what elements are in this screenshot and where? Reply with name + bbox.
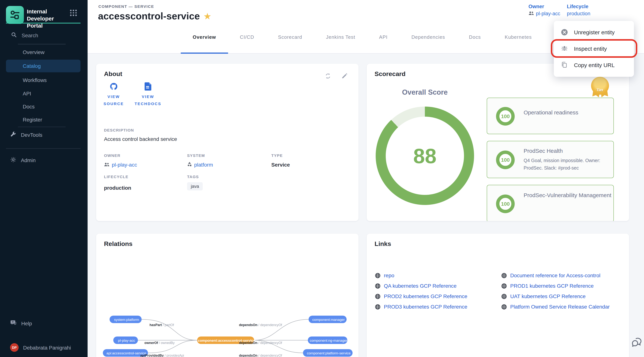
sidebar-item-devtools[interactable]: DevTools [10, 131, 42, 138]
link-prod2-kubernetes[interactable]: PROD2 kubernetes GCP Reference [375, 293, 467, 299]
globe-icon [501, 294, 507, 299]
favorite-star-icon[interactable]: ★ [204, 12, 211, 21]
chat-feedback-icon[interactable] [631, 337, 642, 349]
badge-score-ring: 100 [496, 194, 515, 213]
globe-icon [501, 304, 507, 310]
sidebar-user[interactable]: DP Debabrata Panigrahi [10, 343, 71, 352]
lifecycle-field-value: production [104, 185, 131, 191]
edit-pencil-icon[interactable] [342, 73, 348, 79]
owner-field-value[interactable]: pl-play-acc [104, 162, 137, 168]
brand-title: Internal Developer Portal [27, 6, 68, 29]
sidebar-item-workflows[interactable]: Workflows [23, 77, 47, 83]
edge-label-dependson: dependsOn / dependencyOf [239, 323, 282, 327]
link-prod3-kubernetes[interactable]: PROD3 kubernetes GCP Reference [375, 304, 467, 310]
menu-item-inspect-entity[interactable]: Inspect entity [554, 40, 634, 57]
copy-icon [560, 61, 568, 68]
globe-icon [375, 283, 380, 288]
type-field-label: TYPE [271, 153, 283, 158]
graph-node-pl-play-acc[interactable]: pl-play-acc [113, 336, 138, 344]
relations-card: Relations system:platform pl-play-acc ap… [96, 234, 358, 357]
badge-label: ProdSec-Vulnerability Management [524, 191, 614, 199]
graph-node-component-ng-manager[interactable]: component:ng-manager [308, 336, 347, 344]
breadcrumb: COMPONENT — SERVICE [98, 4, 154, 8]
bug-icon [560, 45, 568, 52]
description-label: DESCRIPTION [104, 128, 134, 132]
edge-label-dependson: dependsOn / dependencyOf [239, 354, 282, 357]
wrench-icon [10, 131, 16, 138]
tab-kubernetes[interactable]: Kubernetes [493, 28, 544, 54]
brand-logo-icon [6, 6, 24, 24]
owner-block: Owner pl-play-acc [528, 4, 560, 16]
system-field-label: SYSTEM [187, 153, 205, 158]
system-field-value[interactable]: platform [187, 162, 213, 168]
gear-icon [10, 156, 16, 164]
view-techdocs-link[interactable]: VIEWTECHDOCS [131, 82, 165, 107]
graph-node-system-platform[interactable]: system:platform [110, 316, 142, 323]
globe-icon [501, 272, 507, 278]
edge-label-haspart: hasPart / partOf [150, 323, 174, 327]
links-title: Links [374, 240, 391, 248]
tab-dependencies[interactable]: Dependencies [400, 28, 457, 54]
globe-icon [375, 294, 380, 299]
badge-score-ring: 100 [496, 107, 515, 126]
sidebar-item-admin[interactable]: Admin [10, 156, 36, 164]
scorecard-card: Scorecard Overall Score 88 Tier 100 Oper… [367, 64, 629, 221]
globe-icon [375, 304, 380, 310]
tag-chip[interactable]: java [187, 182, 203, 190]
link-doc-reference[interactable]: Document reference for Access-control [501, 272, 600, 278]
link-repo[interactable]: repo [375, 272, 394, 278]
menu-item-unregister-entity[interactable]: Unregister entity [554, 24, 634, 40]
group-icon [104, 162, 110, 168]
lifecycle-field-label: LIFECYCLE [104, 174, 128, 179]
tags-field-label: TAGS [187, 174, 199, 179]
link-uat-kubernetes[interactable]: UAT kubernetes GCP Reference [501, 293, 586, 299]
tab-scorecard[interactable]: Scorecard [266, 28, 314, 54]
group-icon [528, 11, 534, 16]
edge-label-dependson: dependsOn / dependencyOf [239, 341, 282, 345]
sidebar-accent-rule [6, 23, 80, 24]
sidebar-item-help[interactable]: ? Help [10, 319, 32, 327]
sidebar-divider [6, 148, 80, 149]
scorecard-title: Scorecard [374, 70, 406, 78]
type-field-value: Service [271, 162, 290, 168]
apps-grid-icon[interactable] [70, 10, 77, 16]
sidebar-item-catalog[interactable]: Catalog [6, 60, 80, 72]
tab-bar: Overview CI/CD Scorecard Jenkins Test AP… [181, 28, 600, 54]
tab-overview[interactable]: Overview [181, 28, 228, 54]
scorecard-badge[interactable]: 100 ProdSec Health Q4 Goal, mission impo… [487, 141, 614, 178]
link-prod1-kubernetes[interactable]: PROD1 kubernetes GCP Reference [501, 283, 594, 289]
refresh-icon[interactable] [324, 73, 331, 79]
owner-link[interactable]: pl-play-acc [528, 11, 560, 16]
graph-node-component-platform-service[interactable]: component:platform-service [303, 349, 352, 357]
owner-field-label: OWNER [104, 153, 120, 158]
link-release-calendar[interactable]: Platform Owned Service Release Calendar [501, 304, 610, 310]
sidebar-item-register[interactable]: Register [23, 117, 42, 122]
user-name: Debabrata Panigrahi [23, 344, 71, 350]
tab-jenkins-test[interactable]: Jenkins Test [314, 28, 367, 54]
sidebar-item-docs[interactable]: Docs [23, 104, 35, 110]
lifecycle-label: Lifecycle [567, 4, 590, 9]
tab-cicd[interactable]: CI/CD [228, 28, 266, 54]
sidebar: Internal Developer Portal Search Overvie… [0, 0, 88, 357]
link-qa-kubernetes[interactable]: QA kubernetes GCP Reference [375, 283, 456, 289]
edge-label-ownerof: ownerOf / ownedBy [144, 341, 174, 345]
user-avatar: DP [10, 343, 19, 352]
internal-developer-portal: Internal Developer Portal Search Overvie… [0, 0, 644, 357]
sidebar-search[interactable]: Search [11, 32, 78, 39]
tab-docs[interactable]: Docs [457, 28, 493, 54]
lifecycle-value: production [567, 11, 590, 16]
search-underline [18, 44, 66, 44]
view-source-link[interactable]: VIEWSOURCE [97, 82, 130, 107]
menu-item-copy-entity-url[interactable]: Copy entity URL [554, 57, 634, 73]
tab-api[interactable]: API [367, 28, 400, 54]
techdocs-icon [144, 82, 151, 92]
scorecard-badge[interactable]: 100 ProdSec-Vulnerability Management [487, 185, 614, 221]
sidebar-item-overview[interactable]: Overview [23, 49, 44, 55]
globe-icon [501, 283, 507, 288]
graph-node-component-manager[interactable]: component:manager [308, 316, 346, 323]
scorecard-badge[interactable]: 100 Operational readiness [487, 98, 614, 134]
links-card: Links repo QA kubernetes GCP Reference P… [367, 234, 629, 357]
badge-label: ProdSec Health [524, 148, 563, 154]
sidebar-item-api[interactable]: API [23, 90, 31, 96]
overall-score-value: 88 [376, 106, 474, 205]
